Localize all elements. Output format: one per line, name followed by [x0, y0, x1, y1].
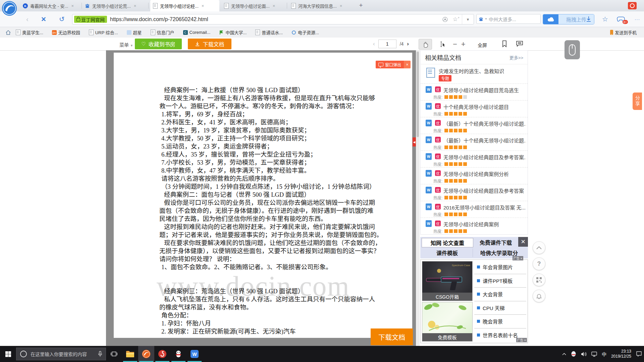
tray-expand-icon[interactable] [562, 353, 566, 355]
add-favorite-star-icon[interactable]: ☆+ [452, 16, 460, 23]
doc-title[interactable]: 无领导小组讨论经典案例 [443, 221, 499, 228]
browser-tab-active[interactable]: 无领导小组讨论经... × [150, 0, 219, 11]
fan-icon[interactable] [442, 17, 448, 22]
related-doc-item[interactable]: W 优 十个经典无领导小组讨论题目 热度: [421, 101, 528, 117]
search-query-text[interactable]: 中州大道多... [489, 16, 516, 22]
more-menu-icon[interactable]: ··· [635, 17, 640, 22]
bookmark-item[interactable]: 中国大学... [219, 29, 247, 36]
comment-icon[interactable] [516, 41, 523, 47]
bookmark-item[interactable]: URP 综合... [89, 29, 118, 36]
bookmark-item[interactable]: 奥蓝学生... [16, 29, 43, 36]
bookmark-item[interactable]: 电子资源... [291, 29, 319, 36]
hot-news-icon[interactable] [628, 2, 637, 9]
help-button[interactable]: ? [533, 257, 545, 270]
taskbar-clock[interactable]: 23:13 2019/12/25 [611, 349, 631, 359]
related-doc-item[interactable]: W 优 无领导小组讨论经典题目荒岛逃生 热度: [421, 84, 528, 101]
browser-tab[interactable]: 无领导小组讨论荒... × [82, 0, 149, 11]
download-doc-button[interactable]: 下载文档 [188, 39, 231, 49]
more-link[interactable]: 更多>> [509, 54, 523, 61]
popup-close-icon[interactable]: × [404, 61, 411, 68]
tray-qq-icon[interactable] [571, 351, 576, 357]
doc-title[interactable]: 无领导小组讨论经典案例分析 [443, 170, 509, 177]
ad-badge-close-icon[interactable]: × [521, 257, 522, 260]
ad-card-csgo[interactable]: Spectrum Case CSGO开箱 [422, 261, 473, 301]
taskbar-search-box[interactable]: 在这里输入你要搜索的内容 [16, 348, 106, 360]
site-verified-badge[interactable]: 豆丁网官网 [74, 16, 107, 23]
bookmark-ribbon-icon[interactable] [502, 40, 507, 47]
featured-doc-item[interactable]: 灾难发生时的逃生、急救知识 专题 [421, 64, 528, 84]
tab-close-icon[interactable]: × [340, 3, 342, 8]
search-engine-dropdown-icon[interactable]: ▼ [485, 17, 487, 20]
ad-link-courseware[interactable]: 免费课件下载 [475, 238, 517, 247]
cheetah-browser-logo[interactable] [2, 1, 17, 16]
mic-icon[interactable] [98, 351, 102, 357]
address-dropdown-icon[interactable]: ▼ [462, 14, 474, 24]
task-view-button[interactable] [106, 346, 122, 362]
downloads-icon[interactable] [585, 16, 592, 22]
taskbar-cheetah-browser[interactable] [138, 346, 154, 362]
next-page-icon[interactable]: › [407, 41, 409, 47]
fullscreen-button[interactable]: 全屏 [478, 42, 487, 48]
tab-close-icon[interactable]: × [134, 3, 137, 8]
text-select-tool-button[interactable] [436, 39, 449, 49]
related-doc-item[interactable]: W 优 2016无领导小组讨论题目及答案 无... 热度: [421, 201, 528, 218]
ad-link[interactable]: CPU 天梯 [474, 301, 526, 315]
ad-link[interactable]: 课件PPT模板 [474, 274, 526, 288]
related-doc-item[interactable]: W 优 （最新）十个经典无领导小组讨论题... 热度: [421, 117, 528, 134]
page-number-input[interactable]: 1 [378, 40, 396, 48]
favorite-button[interactable]: ♡收藏到书房 [135, 39, 182, 49]
quick-search-box[interactable]: ▼ 中州大道多... [476, 14, 541, 24]
bookmark-item[interactable]: 普通话水... [255, 29, 283, 36]
new-tab-button[interactable]: + [357, 1, 365, 10]
menu-button[interactable]: 菜单 ▼ [119, 41, 133, 48]
ad-card-template[interactable]: 免费模板 [422, 302, 473, 342]
prev-page-icon[interactable]: ‹ [373, 41, 375, 47]
ad-link[interactable]: 年会背景图片 [474, 260, 526, 274]
network-icon[interactable] [591, 352, 597, 357]
notification-bell-button[interactable] [533, 290, 545, 302]
zoom-in-icon[interactable]: + [461, 40, 466, 49]
mouse-gesture-widget[interactable] [565, 40, 580, 59]
doc-title[interactable]: 2016无领导小组讨论题目及答案 无... [443, 204, 526, 211]
back-to-top-button[interactable] [533, 241, 545, 254]
viewer-scrollbar[interactable] [416, 50, 420, 346]
related-doc-item[interactable]: W 优 无领导小组讨论经典案例分析 热度: [421, 168, 528, 184]
sidebar-collapse-tab[interactable]: ◀ [413, 137, 416, 146]
taskbar-qq[interactable] [170, 346, 186, 362]
download-doc-floating-button[interactable]: 下载文档 [371, 328, 413, 345]
qr-code-button[interactable] [533, 274, 545, 286]
ad-link-cnki[interactable]: 知网 论文查重 [422, 238, 473, 247]
stop-icon[interactable]: ✕ [41, 15, 46, 23]
tab-close-icon[interactable]: × [202, 3, 204, 8]
bookmark-item[interactable]: 信息门户 [151, 29, 174, 36]
share-tab[interactable]: 分享 [633, 93, 642, 110]
browser-tab[interactable]: 无领导小组讨论面... × [221, 0, 287, 11]
ad-link[interactable]: 大会背景 [474, 288, 526, 301]
volume-icon[interactable] [581, 352, 587, 357]
tab-close-icon[interactable]: × [273, 3, 275, 8]
doc-title[interactable]: 十个经典无领导小组讨论题目 [443, 103, 509, 110]
ime-indicator[interactable]: 中 [602, 351, 606, 357]
related-doc-item[interactable]: W 优 无领导小组讨论经典题目及参考答案 热度: [421, 184, 528, 201]
ad-link[interactable]: 晚会背景 [474, 315, 526, 328]
doc-title[interactable]: 无领导小组讨论经典题目荒岛逃生 [443, 86, 519, 94]
reload-icon[interactable]: ↺ [59, 15, 65, 23]
zoom-out-icon[interactable]: − [453, 40, 457, 49]
ad-link-template[interactable]: 课件模板 [422, 248, 473, 257]
taskbar-netease-music[interactable] [154, 346, 170, 362]
start-button[interactable] [0, 346, 16, 362]
tab-close-icon[interactable]: × [71, 3, 74, 8]
send-to-phone-button[interactable]: 发送到手机 [610, 27, 637, 38]
hand-tool-button[interactable] [419, 39, 432, 50]
doc-title[interactable]: （最新）十个经典无领导小组讨论题... [443, 120, 526, 127]
taskbar-wps[interactable]: W [186, 346, 203, 362]
address-bar[interactable]: 豆丁网官网 https://www.docin.com/p-720650242.… [72, 14, 474, 24]
related-doc-item[interactable]: W 优 无领导小组讨论经典案例 热度: [421, 218, 528, 234]
back-icon[interactable]: ‹ [26, 15, 29, 23]
browser-tab[interactable]: K 毒霸网址大全 - 安... × [20, 0, 82, 11]
taskbar-file-explorer[interactable] [122, 346, 138, 362]
related-doc-item[interactable]: W 优 无领导小组讨论经典题目及参考答案... 热度: [421, 151, 528, 168]
doc-title[interactable]: （最新）十个经典无领导小组讨论题... [443, 137, 526, 144]
home-icon[interactable] [5, 30, 11, 35]
doc-title[interactable]: 无领导小组讨论经典题目及参考答案 [443, 187, 524, 194]
